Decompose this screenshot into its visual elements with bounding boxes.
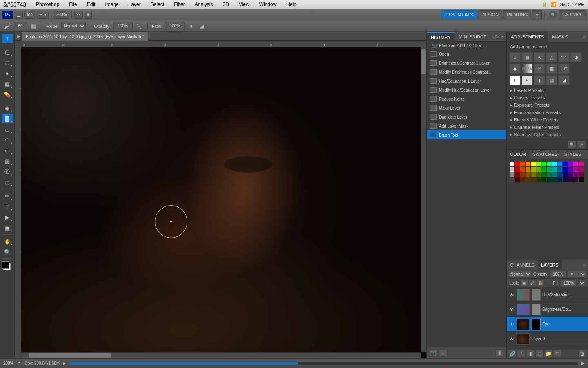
color-selector[interactable] bbox=[2, 261, 13, 273]
swatch-magenta1[interactable] bbox=[573, 162, 578, 166]
layers-opacity-select[interactable]: ▼ bbox=[568, 270, 586, 278]
swatch-red1[interactable] bbox=[515, 162, 520, 166]
canvas-scrollbar-v[interactable] bbox=[421, 47, 426, 352]
layer-brightness[interactable]: 👁 Brightness/Co... bbox=[507, 302, 588, 317]
adj-exposure-icon[interactable]: △ bbox=[546, 52, 557, 62]
swatch-green2[interactable] bbox=[541, 162, 546, 166]
history-item-modify-hue[interactable]: Modify Hue/Saturation Layer bbox=[427, 85, 506, 94]
adj-invert-icon[interactable]: I bbox=[509, 75, 521, 85]
cs-live-button[interactable]: CS Live ▾ bbox=[559, 10, 586, 19]
history-item-duplicate[interactable]: Duplicate Layer bbox=[427, 112, 506, 121]
swatch-dpink[interactable] bbox=[579, 167, 584, 172]
adj-levels-icon[interactable]: ▤ bbox=[521, 52, 533, 62]
swatch-dblue2[interactable] bbox=[563, 167, 568, 172]
preset-levels[interactable]: ▶ Levels Presets bbox=[507, 87, 588, 94]
swatch-pink[interactable] bbox=[579, 162, 584, 166]
adj-curves-icon[interactable]: ∿ bbox=[534, 52, 545, 62]
adj-colorlookup-icon[interactable]: LUT bbox=[558, 64, 570, 74]
swatch-teal[interactable] bbox=[547, 167, 552, 172]
swatch-red2[interactable] bbox=[520, 162, 525, 166]
styles-tab[interactable]: STYLES bbox=[561, 150, 584, 159]
toolbar-extra-btn[interactable]: ≡ bbox=[85, 11, 92, 19]
layer-vis-eye[interactable]: 👁 bbox=[508, 321, 515, 327]
preset-exposure[interactable]: ▶ Exposure Presets bbox=[507, 101, 588, 109]
swatch-dblue1[interactable] bbox=[557, 167, 562, 172]
path-select-tool[interactable]: ▶▾ bbox=[2, 212, 13, 222]
history-item-reduce-noise[interactable]: Reduce Noise bbox=[427, 94, 506, 103]
menu-help[interactable]: Help bbox=[285, 2, 298, 7]
scrollbar-thumb-v[interactable] bbox=[421, 49, 426, 74]
history-item-open[interactable]: Open bbox=[427, 49, 506, 58]
status-right-arrow[interactable]: ▶ bbox=[581, 361, 585, 366]
brush-size-input[interactable] bbox=[14, 22, 27, 30]
adj-fit-icon[interactable]: ↗ bbox=[577, 141, 586, 148]
pen-tool[interactable]: ✏▾ bbox=[2, 191, 13, 201]
swatch-white[interactable] bbox=[510, 162, 514, 166]
layers-panel-close[interactable]: × bbox=[581, 263, 588, 267]
spot-heal-tool[interactable]: ◉▾ bbox=[2, 103, 13, 113]
menu-photoshop[interactable]: Photoshop bbox=[34, 2, 61, 7]
workspace-essentials[interactable]: ESSENTIALS bbox=[442, 10, 477, 19]
layers-opacity-input[interactable] bbox=[550, 270, 566, 278]
swatch-dkblue[interactable] bbox=[563, 177, 568, 182]
lock-all-btn[interactable]: 🔒 bbox=[537, 280, 544, 286]
opacity-input[interactable] bbox=[113, 22, 133, 30]
menu-window[interactable]: Window bbox=[258, 2, 278, 7]
blend-mode-select[interactable]: Normal Multiply Screen Overlay bbox=[508, 270, 532, 278]
swatch-cyan2[interactable] bbox=[552, 162, 557, 166]
adjustments-panel-close[interactable]: × bbox=[580, 34, 588, 40]
lasso-tool[interactable]: ◌▾ bbox=[2, 58, 13, 67]
mode-select[interactable]: Normal Multiply Screen bbox=[61, 22, 86, 30]
adj-vibrance-icon[interactable]: Vib bbox=[558, 52, 570, 62]
history-item-make-layer[interactable]: Make Layer bbox=[427, 103, 506, 112]
swatch-dorange[interactable] bbox=[520, 167, 525, 172]
swatch-fgrn[interactable] bbox=[536, 172, 541, 177]
swatches-tab[interactable]: SWATCHES bbox=[529, 150, 561, 159]
delete-layer-btn[interactable]: 🗑 bbox=[578, 350, 586, 357]
swatch-dkteal[interactable] bbox=[547, 177, 552, 182]
history-panel-close[interactable]: × bbox=[501, 33, 505, 40]
swatch-brown[interactable] bbox=[526, 167, 530, 172]
swatch-dviolet[interactable] bbox=[568, 167, 573, 172]
layer-vis-hue-sat[interactable]: 👁 bbox=[508, 292, 515, 298]
preset-channel-mixer[interactable]: ▶ Channel Mixer Presets bbox=[507, 123, 588, 131]
channels-tab[interactable]: CHANNELS bbox=[507, 260, 538, 269]
toolbar-screen-btn[interactable]: ☷ bbox=[74, 11, 83, 19]
cs-search-icon[interactable]: 🔍 bbox=[549, 11, 557, 19]
airbrush-icon[interactable]: ♦ bbox=[187, 22, 195, 30]
new-doc-from-state-btn[interactable]: □ bbox=[439, 349, 447, 357]
swatch-fteal[interactable] bbox=[547, 172, 552, 177]
swatch-cyan1[interactable] bbox=[547, 162, 552, 166]
history-panel-expand[interactable]: ◁▷ bbox=[492, 33, 500, 40]
swatch-lgray[interactable] bbox=[510, 167, 514, 172]
status-nav-icon[interactable]: 🗒 bbox=[17, 361, 22, 366]
swatch-dkindigo[interactable] bbox=[568, 177, 573, 182]
swatch-indigo[interactable] bbox=[568, 172, 573, 177]
link-layers-btn[interactable]: 🔗 bbox=[508, 350, 517, 357]
layer-eye[interactable]: 👁 Eye bbox=[507, 317, 588, 332]
swatch-vdred[interactable] bbox=[515, 172, 520, 177]
adj-colorbalance-icon[interactable]: ◆ bbox=[509, 64, 521, 74]
swatch-fgrn2[interactable] bbox=[541, 172, 546, 177]
swatch-crimson[interactable] bbox=[579, 172, 584, 177]
mini-bridge-tab[interactable]: MINI BRIDGE bbox=[455, 32, 491, 42]
fill-input[interactable] bbox=[561, 280, 577, 286]
move-tool[interactable]: ⇧ bbox=[2, 34, 13, 43]
swatch-mgray[interactable] bbox=[510, 172, 514, 177]
gradient-tool[interactable]: ▧▾ bbox=[2, 156, 13, 166]
history-item-brightness1[interactable]: Brightness/Contrast 1 Layer bbox=[427, 58, 506, 67]
layer-hue-sat[interactable]: 👁 Hue/Saturatio... bbox=[507, 287, 588, 302]
history-item-hue1[interactable]: Hue/Saturation 1 Layer bbox=[427, 76, 506, 85]
layer-mask-btn[interactable]: ▮ bbox=[526, 350, 535, 357]
layer-0[interactable]: 👁 Layer 0 bbox=[507, 332, 588, 346]
swatch-dred[interactable] bbox=[515, 167, 520, 172]
brush-tool[interactable]: █▾ bbox=[2, 114, 13, 123]
swatch-yellow[interactable] bbox=[531, 162, 536, 166]
adj-channelmixer-icon[interactable]: ▦ bbox=[546, 64, 557, 74]
menu-select[interactable]: Select bbox=[149, 2, 166, 7]
toolbar-mb-btn[interactable]: Mb bbox=[24, 11, 35, 19]
marquee-tool[interactable]: ▢▾ bbox=[2, 47, 13, 57]
swatch-olive[interactable] bbox=[531, 167, 536, 172]
swatch-black[interactable] bbox=[579, 177, 584, 182]
swatch-dkol[interactable] bbox=[531, 172, 536, 177]
